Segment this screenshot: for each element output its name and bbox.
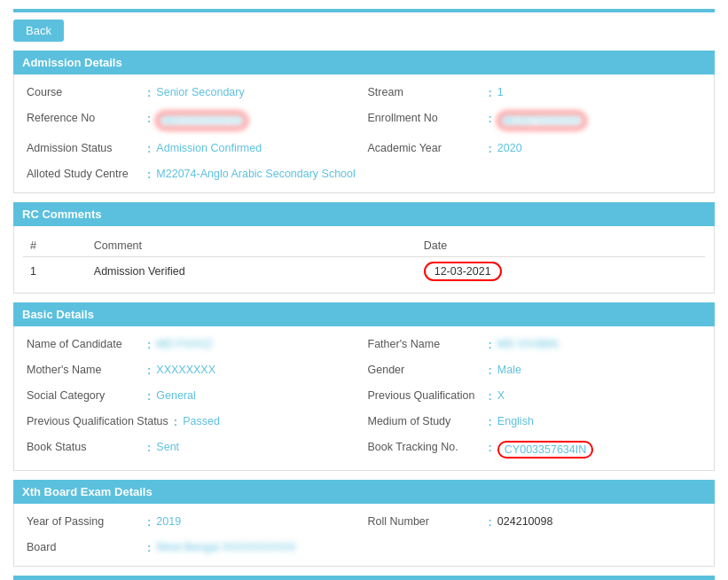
prev-qual-status-label: Previous Qualification Status bbox=[27, 415, 168, 427]
book-tracking-value: CY003357634IN bbox=[497, 441, 593, 459]
book-status-field: Book Status : Sent bbox=[23, 436, 364, 463]
previous-qualification-header: Previous Qualification Details bbox=[13, 576, 715, 580]
alloted-study-centre-label: Alloted Study Centre bbox=[27, 168, 142, 180]
top-border bbox=[13, 9, 715, 12]
year-of-passing-field: Year of Passing : 2019 bbox=[23, 511, 364, 533]
name-value: MD FXXXZ bbox=[156, 338, 212, 350]
admission-details-body: Course : Senior Secondary Stream : 1 Ref… bbox=[13, 74, 715, 193]
book-tracking-field: Book Tracking No. : CY003357634IN bbox=[364, 436, 706, 463]
xth-board-exam-body: Year of Passing : 2019 Roll Number : 024… bbox=[13, 504, 715, 567]
previous-qualification-label: Previous Qualification bbox=[368, 389, 483, 402]
rc-comments-section: RC Comments # Comment Date 1 Admission V… bbox=[13, 202, 715, 294]
year-of-passing-value: 2019 bbox=[156, 515, 181, 528]
col-num: # bbox=[23, 235, 87, 257]
course-field: Course : Senior Secondary bbox=[23, 82, 364, 104]
gender-value: Male bbox=[497, 364, 521, 376]
book-status-value: Sent bbox=[156, 441, 179, 453]
back-button[interactable]: Back bbox=[13, 20, 64, 42]
rc-comments-header: RC Comments bbox=[13, 202, 715, 226]
social-category-label: Social Category bbox=[27, 389, 142, 402]
row-date: 12-03-2021 bbox=[417, 257, 705, 286]
gender-label: Gender bbox=[368, 364, 483, 376]
enrollment-no-label: Enrollment No bbox=[368, 112, 483, 124]
previous-qualification-section: Previous Qualification Details bbox=[13, 576, 715, 580]
mothers-name-label: Mother's Name bbox=[27, 364, 142, 376]
admission-details-header: Admission Details bbox=[13, 51, 715, 74]
rc-comments-body: # Comment Date 1 Admission Verified 12-0… bbox=[13, 226, 715, 294]
admission-status-label: Admission Status bbox=[27, 142, 142, 154]
prev-qual-status-field: Previous Qualification Status : Passed bbox=[23, 411, 364, 433]
row-num: 1 bbox=[23, 257, 87, 286]
stream-value: 1 bbox=[497, 86, 504, 98]
basic-details-body: Name of Candidate : MD FXXXZ Father's Na… bbox=[13, 326, 715, 471]
admission-status-value: Admission Confirmed bbox=[156, 142, 262, 154]
stream-label: Stream bbox=[368, 86, 483, 98]
basic-details-section: Basic Details Name of Candidate : MD FXX… bbox=[13, 302, 715, 471]
board-field: Board : West Bengal XXXXXXXXXX bbox=[23, 537, 364, 559]
board-value: West Bengal XXXXXXXXXX bbox=[156, 541, 296, 553]
medium-of-study-value: English bbox=[497, 415, 534, 427]
reference-no-field: Reference No : N0XXXXXXXXX bbox=[23, 107, 364, 134]
gender-field: Gender : Male bbox=[364, 359, 706, 381]
previous-qualification-value: X bbox=[497, 389, 505, 402]
mothers-name-value: XXXXXXXX bbox=[156, 364, 215, 376]
reference-no-label: Reference No bbox=[27, 112, 142, 124]
basic-details-header: Basic Details bbox=[13, 302, 715, 326]
fathers-name-label: Father's Name bbox=[368, 338, 483, 350]
col-date: Date bbox=[417, 235, 705, 257]
academic-year-value: 2020 bbox=[497, 142, 522, 154]
mothers-name-field: Mother's Name : XXXXXXXX bbox=[23, 359, 364, 381]
row-comment: Admission Verified bbox=[87, 257, 417, 286]
admission-details-section: Admission Details Course : Senior Second… bbox=[13, 51, 715, 193]
academic-year-field: Academic Year : 2020 bbox=[364, 137, 706, 160]
roll-number-label: Roll Number bbox=[368, 515, 483, 528]
prev-qual-status-value: Passed bbox=[183, 415, 220, 427]
alloted-study-centre-field: Alloted Study Centre : M22074-Anglo Arab… bbox=[23, 163, 705, 185]
medium-of-study-label: Medium of Study bbox=[368, 415, 483, 427]
comments-table: # Comment Date 1 Admission Verified 12-0… bbox=[23, 235, 705, 286]
book-status-label: Book Status bbox=[27, 441, 142, 453]
year-of-passing-label: Year of Passing bbox=[27, 515, 142, 528]
alloted-study-centre-value: M22074-Anglo Arabic Secondary School bbox=[156, 168, 355, 180]
previous-qualification-field: Previous Qualification : X bbox=[364, 385, 706, 407]
admission-status-field: Admission Status : Admission Confirmed bbox=[23, 137, 364, 160]
name-label: Name of Candidate bbox=[27, 338, 142, 350]
book-tracking-label: Book Tracking No. bbox=[368, 441, 483, 453]
academic-year-label: Academic Year bbox=[368, 142, 483, 154]
fathers-name-field: Father's Name : MD XXXBIN bbox=[364, 333, 706, 356]
course-label: Course bbox=[27, 86, 142, 98]
fathers-name-value: MD XXXBIN bbox=[497, 338, 559, 350]
stream-field: Stream : 1 bbox=[364, 82, 706, 104]
name-field: Name of Candidate : MD FXXXZ bbox=[23, 333, 364, 356]
social-category-value: General bbox=[156, 389, 195, 402]
social-category-field: Social Category : General bbox=[23, 385, 364, 407]
xth-board-exam-header: Xth Board Exam Details bbox=[13, 480, 715, 504]
col-comment: Comment bbox=[87, 235, 417, 257]
page-container: Back Admission Details Course : Senior S… bbox=[0, 0, 728, 580]
reference-no-value: N0XXXXXXXXX bbox=[156, 112, 247, 129]
board-label: Board bbox=[27, 541, 142, 553]
roll-number-value: 024210098 bbox=[497, 515, 553, 528]
course-value: Senior Secondary bbox=[156, 86, 244, 98]
table-row: 1 Admission Verified 12-03-2021 bbox=[23, 257, 705, 286]
medium-of-study-field: Medium of Study : English bbox=[364, 411, 706, 433]
enrollment-no-field: Enrollment No : M2207XXXXXX bbox=[364, 107, 706, 134]
roll-number-field: Roll Number : 024210098 bbox=[364, 511, 706, 533]
enrollment-no-value: M2207XXXXXX bbox=[497, 112, 586, 129]
xth-board-exam-section: Xth Board Exam Details Year of Passing :… bbox=[13, 480, 715, 567]
